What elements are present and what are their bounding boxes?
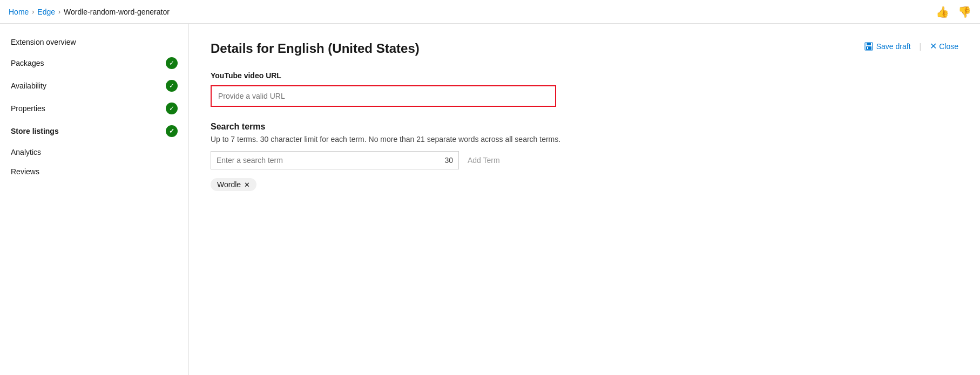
header-actions: Save draft | ✕ Close — [864, 41, 958, 51]
breadcrumb: Home › Edge › Wordle-random-word-generat… — [9, 8, 170, 16]
sidebar-label-analytics: Analytics — [11, 148, 178, 156]
sidebar-item-reviews[interactable]: Reviews — [0, 162, 188, 181]
search-input-row: 30 Add Term — [211, 151, 958, 169]
breadcrumb-bar: Home › Edge › Wordle-random-word-generat… — [0, 0, 980, 24]
add-term-button[interactable]: Add Term — [468, 156, 500, 165]
youtube-url-input[interactable] — [218, 92, 549, 100]
tags-row: Wordle ✕ — [211, 178, 958, 191]
availability-check-icon: ✓ — [166, 80, 178, 92]
svg-rect-1 — [867, 43, 871, 45]
svg-rect-2 — [866, 46, 871, 50]
sidebar-item-packages[interactable]: Packages ✓ — [0, 52, 188, 74]
sidebar-label-reviews: Reviews — [11, 167, 178, 176]
breadcrumb-extension: Wordle-random-word-generator — [64, 8, 170, 16]
thumbs-down-icon[interactable]: 👎 — [958, 5, 971, 18]
youtube-section: YouTube video URL — [211, 71, 958, 107]
sidebar-item-properties[interactable]: Properties ✓ — [0, 97, 188, 120]
properties-check-icon: ✓ — [166, 103, 178, 114]
char-count: 30 — [444, 156, 453, 165]
tag-wordle: Wordle ✕ — [211, 178, 256, 191]
breadcrumb-home[interactable]: Home — [9, 8, 29, 16]
youtube-section-label: YouTube video URL — [211, 71, 958, 80]
sidebar: Extension overview Packages ✓ Availabili… — [0, 24, 189, 375]
action-divider: | — [920, 42, 922, 51]
close-button[interactable]: ✕ Close — [930, 41, 958, 51]
breadcrumb-sep-1: › — [32, 8, 34, 16]
main-layout: Extension overview Packages ✓ Availabili… — [0, 24, 980, 375]
content-header: Details for English (United States) Save… — [211, 41, 958, 56]
breadcrumb-edge[interactable]: Edge — [37, 8, 55, 16]
content-area: Details for English (United States) Save… — [189, 24, 980, 375]
packages-check-icon: ✓ — [166, 57, 178, 69]
save-draft-label: Save draft — [876, 42, 911, 51]
sidebar-label-properties: Properties — [11, 104, 166, 113]
thumbs-up-icon[interactable]: 👍 — [936, 5, 949, 18]
sidebar-label-availability: Availability — [11, 81, 166, 90]
close-x-icon: ✕ — [930, 41, 937, 51]
breadcrumb-actions: 👍 👎 — [936, 5, 971, 18]
tag-wordle-label: Wordle — [217, 180, 241, 189]
search-terms-description: Up to 7 terms. 30 character limit for ea… — [211, 135, 958, 144]
youtube-url-container — [211, 85, 556, 107]
tag-wordle-remove[interactable]: ✕ — [244, 181, 250, 188]
close-label: Close — [939, 42, 958, 51]
save-draft-button[interactable]: Save draft — [864, 42, 911, 51]
sidebar-item-store-listings[interactable]: Store listings ✓ — [0, 120, 188, 142]
sidebar-label-packages: Packages — [11, 59, 166, 67]
sidebar-item-extension-overview[interactable]: Extension overview — [0, 32, 188, 52]
breadcrumb-sep-2: › — [58, 8, 60, 16]
save-icon — [864, 42, 873, 51]
search-terms-title: Search terms — [211, 122, 958, 132]
search-terms-section: Search terms Up to 7 terms. 30 character… — [211, 122, 958, 191]
search-term-input[interactable] — [217, 156, 444, 165]
search-input-box: 30 — [211, 151, 459, 169]
sidebar-item-analytics[interactable]: Analytics — [0, 142, 188, 162]
page-title: Details for English (United States) — [211, 41, 420, 56]
sidebar-label-store-listings: Store listings — [11, 127, 166, 135]
svg-rect-3 — [867, 47, 868, 49]
store-listings-check-icon: ✓ — [166, 125, 178, 137]
sidebar-label-extension-overview: Extension overview — [11, 38, 178, 46]
sidebar-item-availability[interactable]: Availability ✓ — [0, 74, 188, 97]
